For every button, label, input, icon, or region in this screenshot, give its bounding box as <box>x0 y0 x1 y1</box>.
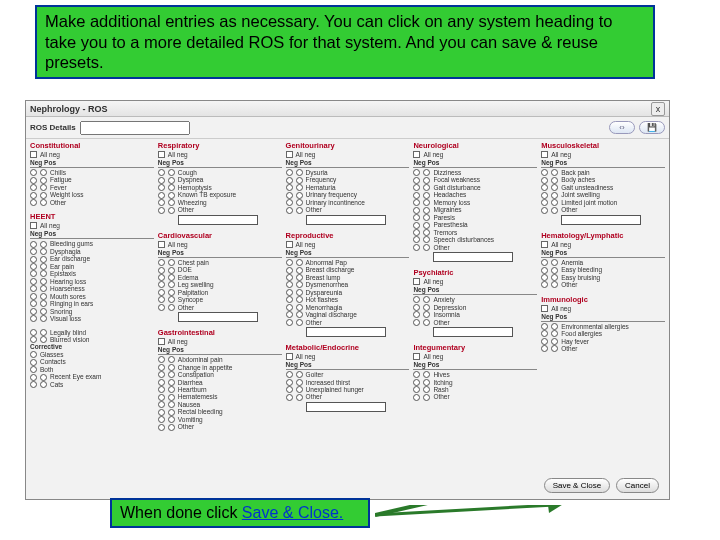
pos-radio[interactable] <box>296 311 303 318</box>
neg-radio[interactable] <box>541 169 548 176</box>
pos-radio[interactable] <box>423 304 430 311</box>
neg-radio[interactable] <box>30 381 37 388</box>
neg-radio[interactable] <box>413 184 420 191</box>
pos-radio[interactable] <box>168 304 175 311</box>
pos-radio[interactable] <box>40 308 47 315</box>
neg-radio[interactable] <box>541 274 548 281</box>
pos-radio[interactable] <box>423 222 430 229</box>
pos-radio[interactable] <box>40 381 47 388</box>
neg-radio[interactable] <box>413 207 420 214</box>
pos-radio[interactable] <box>168 386 175 393</box>
pos-radio[interactable] <box>168 259 175 266</box>
allneg-heent[interactable]: All neg <box>30 222 154 229</box>
neg-radio[interactable] <box>30 248 37 255</box>
pos-radio[interactable] <box>40 293 47 300</box>
neg-radio[interactable] <box>541 281 548 288</box>
pos-radio[interactable] <box>423 207 430 214</box>
neg-radio[interactable] <box>30 308 37 315</box>
pos-radio[interactable] <box>168 379 175 386</box>
neg-radio[interactable] <box>541 330 548 337</box>
neg-radio[interactable] <box>286 386 293 393</box>
allneg-reproductive[interactable]: All neg <box>286 241 410 248</box>
prev-preset-button[interactable]: ‹› <box>609 121 635 134</box>
neg-radio[interactable] <box>286 289 293 296</box>
neg-radio[interactable] <box>413 386 420 393</box>
neg-radio[interactable] <box>158 267 165 274</box>
pos-radio[interactable] <box>551 207 558 214</box>
neg-radio[interactable] <box>413 199 420 206</box>
pos-radio[interactable] <box>423 244 430 251</box>
neg-radio[interactable] <box>413 304 420 311</box>
pos-radio[interactable] <box>168 184 175 191</box>
neg-radio[interactable] <box>413 379 420 386</box>
pos-radio[interactable] <box>168 274 175 281</box>
pos-radio[interactable] <box>423 184 430 191</box>
pos-radio[interactable] <box>168 192 175 199</box>
pos-radio[interactable] <box>296 267 303 274</box>
pos-radio[interactable] <box>551 345 558 352</box>
allneg-respiratory[interactable]: All neg <box>158 151 282 158</box>
other-input[interactable] <box>306 327 386 337</box>
pos-radio[interactable] <box>296 394 303 401</box>
section-heading-neurological[interactable]: Neurological <box>413 141 537 150</box>
neg-radio[interactable] <box>158 379 165 386</box>
close-icon[interactable]: x <box>651 102 665 116</box>
pos-radio[interactable] <box>168 199 175 206</box>
allneg-constitutional[interactable]: All neg <box>30 151 154 158</box>
pos-radio[interactable] <box>551 323 558 330</box>
section-heading-respiratory[interactable]: Respiratory <box>158 141 282 150</box>
neg-radio[interactable] <box>286 274 293 281</box>
pos-radio[interactable] <box>296 371 303 378</box>
pos-radio[interactable] <box>40 256 47 263</box>
pos-radio[interactable] <box>296 289 303 296</box>
pos-radio[interactable] <box>423 386 430 393</box>
pos-radio[interactable] <box>551 177 558 184</box>
neg-radio[interactable] <box>30 329 37 336</box>
neg-radio[interactable] <box>158 169 165 176</box>
pos-radio[interactable] <box>40 278 47 285</box>
pos-radio[interactable] <box>423 177 430 184</box>
allneg-musculoskeletal[interactable]: All neg <box>541 151 665 158</box>
pos-radio[interactable] <box>40 192 47 199</box>
neg-radio[interactable] <box>286 379 293 386</box>
section-heading-cardiovascular[interactable]: Cardiovascular <box>158 231 282 240</box>
other-input[interactable] <box>178 215 258 225</box>
section-heading-constitutional[interactable]: Constitutional <box>30 141 154 150</box>
pos-radio[interactable] <box>296 177 303 184</box>
section-heading-heent[interactable]: HEENT <box>30 212 154 221</box>
pos-radio[interactable] <box>40 285 47 292</box>
save-close-button[interactable]: Save & Close <box>544 478 610 493</box>
neg-radio[interactable] <box>286 296 293 303</box>
neg-radio[interactable] <box>286 311 293 318</box>
pos-radio[interactable] <box>296 199 303 206</box>
pos-radio[interactable] <box>296 274 303 281</box>
neg-radio[interactable] <box>413 177 420 184</box>
pos-radio[interactable] <box>296 296 303 303</box>
neg-radio[interactable] <box>158 424 165 431</box>
neg-radio[interactable] <box>30 285 37 292</box>
section-heading-genitourinary[interactable]: Genitourinary <box>286 141 410 150</box>
neg-radio[interactable] <box>286 394 293 401</box>
neg-radio[interactable] <box>286 304 293 311</box>
pos-radio[interactable] <box>296 319 303 326</box>
neg-radio[interactable] <box>30 374 37 381</box>
neg-radio[interactable] <box>158 401 165 408</box>
neg-radio[interactable] <box>413 319 420 326</box>
other-input[interactable] <box>433 327 513 337</box>
section-heading-metabolic[interactable]: Metabolic/Endocrine <box>286 343 410 352</box>
pos-radio[interactable] <box>168 267 175 274</box>
option-radio[interactable] <box>30 366 37 373</box>
section-heading-musculoskeletal[interactable]: Musculoskeletal <box>541 141 665 150</box>
neg-radio[interactable] <box>286 371 293 378</box>
neg-radio[interactable] <box>158 304 165 311</box>
pos-radio[interactable] <box>296 184 303 191</box>
pos-radio[interactable] <box>40 336 47 343</box>
pos-radio[interactable] <box>40 270 47 277</box>
option-radio[interactable] <box>30 351 37 358</box>
pos-radio[interactable] <box>423 199 430 206</box>
neg-radio[interactable] <box>541 184 548 191</box>
neg-radio[interactable] <box>541 192 548 199</box>
other-input[interactable] <box>178 312 258 322</box>
pos-radio[interactable] <box>423 236 430 243</box>
section-heading-psychiatric[interactable]: Psychiatric <box>413 268 537 277</box>
